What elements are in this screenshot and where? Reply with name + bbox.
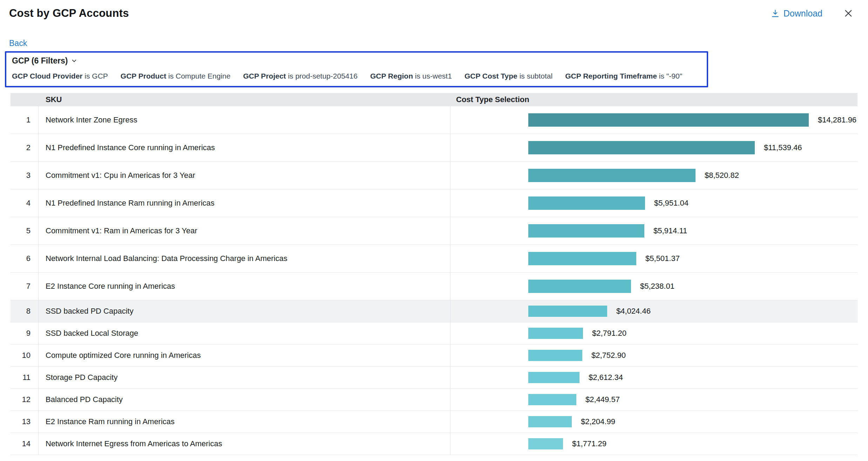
sku-cell: Commitment v1: Cpu in Americas for 3 Yea… [39,162,450,189]
row-index: 14 [11,433,39,455]
cost-value-label: $2,204.99 [581,417,615,426]
row-index: 6 [11,245,39,272]
row-index: 5 [11,217,39,245]
filter-condition: is "-90" [657,72,682,80]
sku-cell: SSD backed Local Storage [39,322,450,344]
sku-cell: Storage PD Capacity [39,367,450,388]
cost-bar[interactable] [528,196,645,210]
row-index: 10 [11,345,39,366]
back-link[interactable]: Back [9,39,27,48]
cost-value-label: $2,752.90 [591,351,626,360]
table-row[interactable]: 12Balanced PD Capacity$2,449.57 [11,389,857,411]
cost-bar-cell: $2,612.34 [450,367,857,388]
cost-bar-cell: $5,914.11 [450,217,857,245]
cost-bar[interactable] [528,169,696,182]
cost-bar[interactable] [528,416,572,427]
table-row[interactable]: 10Compute optimized Core running in Amer… [11,345,857,367]
cost-bar[interactable] [528,372,579,383]
table-row[interactable]: 13E2 Instance Ram running in Americas$2,… [11,411,857,433]
cost-bar-cell: $2,791.20 [450,322,857,344]
filter-field: GCP Region [370,72,413,80]
filters-box: GCP (6 Filters) GCP Cloud Provider is GC… [5,51,708,87]
sku-cell: N1 Predefined Instance Ram running in Am… [39,189,450,217]
cost-bar-cell: $5,501.37 [450,245,857,272]
cost-bar[interactable] [528,350,582,361]
cost-value-label: $2,612.34 [589,373,623,382]
cost-value-label: $5,238.01 [640,282,674,291]
sku-column-header: SKU [39,95,450,104]
filter-condition: is subtotal [517,72,552,80]
close-button[interactable] [841,6,855,20]
table-row[interactable]: 2N1 Predefined Instance Core running in … [11,134,857,162]
download-icon [771,9,780,18]
cost-bar[interactable] [528,394,576,405]
cost-bar-cell: $2,752.90 [450,345,857,366]
cost-value-label: $14,281.96 [818,115,856,125]
row-index: 4 [11,189,39,217]
sku-cell: Compute optimized Core running in Americ… [39,345,450,366]
cost-bar-cell: $14,281.96 [450,106,857,134]
row-index: 3 [11,162,39,189]
cost-value-label: $1,771.29 [572,439,606,448]
sku-cell: Commitment v1: Ram in Americas for 3 Yea… [39,217,450,245]
header-actions: Download [771,6,855,20]
row-index: 11 [11,367,39,388]
filter-field: GCP Product [121,72,166,80]
cost-bar[interactable] [528,141,755,154]
download-button[interactable]: Download [771,8,822,19]
sku-cell: SSD backed PD Capacity [39,300,450,322]
filter-chip: GCP Region is us-west1 [370,72,452,80]
cost-bar-cell: $8,520.82 [450,162,857,189]
filter-chip: GCP Cloud Provider is GCP [12,72,108,80]
cost-bar[interactable] [528,280,631,293]
table-row[interactable]: 7E2 Instance Core running in Americas$5,… [11,273,857,300]
filter-group-dropdown[interactable]: GCP (6 Filters) [11,56,77,66]
sku-cell: Network Inter Zone Egress [39,106,450,134]
cost-bar[interactable] [528,306,607,317]
cost-bar[interactable] [528,252,636,265]
filter-group-label: GCP (6 Filters) [12,56,68,66]
filter-field: GCP Cost Type [464,72,517,80]
filter-chip: GCP Project is prod-setup-205416 [243,72,357,80]
row-index: 2 [11,134,39,161]
cost-bar-cell: $11,539.46 [450,134,857,161]
table-row[interactable]: 5Commitment v1: Ram in Americas for 3 Ye… [11,217,857,245]
cost-bar-cell: $4,024.46 [450,300,857,322]
row-index: 9 [11,322,39,344]
table-row[interactable]: 6Network Internal Load Balancing: Data P… [11,245,857,273]
filter-list: GCP Cloud Provider is GCPGCP Product is … [11,72,702,80]
table-row[interactable]: 4N1 Predefined Instance Ram running in A… [11,189,857,217]
row-index: 8 [11,300,39,322]
filter-field: GCP Reporting Timeframe [565,72,657,80]
sku-cell: N1 Predefined Instance Core running in A… [39,134,450,161]
page-header: Cost by GCP Accounts Download [0,0,868,21]
cost-bar[interactable] [528,328,583,339]
filter-chip: GCP Cost Type is subtotal [464,72,552,80]
cost-value-label: $2,449.57 [585,395,620,404]
table-row[interactable]: 14Network Internet Egress from Americas … [11,433,857,455]
table-row[interactable]: 9SSD backed Local Storage$2,791.20 [11,322,857,345]
sku-cell: Balanced PD Capacity [39,389,450,410]
cost-bar-cell: $1,771.29 [450,433,857,455]
cost-bar-cell: $5,238.01 [450,273,857,300]
cost-column-header: Cost Type Selection [450,95,857,104]
table-row[interactable]: 1Network Inter Zone Egress$14,281.96 [11,106,857,134]
close-icon [843,8,853,18]
sku-cell: E2 Instance Core running in Americas [39,273,450,300]
cost-bar[interactable] [528,438,563,449]
chevron-down-icon [71,58,77,64]
table-row[interactable]: 8SSD backed PD Capacity$4,024.46 [11,300,857,322]
table-row[interactable]: 3Commitment v1: Cpu in Americas for 3 Ye… [11,162,857,189]
filter-chip: GCP Product is Compute Engine [121,72,231,80]
filter-field: GCP Cloud Provider [12,72,82,80]
row-index: 13 [11,411,39,433]
cost-table: SKU Cost Type Selection 1Network Inter Z… [11,93,857,455]
table-row[interactable]: 11Storage PD Capacity$2,612.34 [11,367,857,389]
cost-bar-cell: $2,449.57 [450,389,857,410]
filter-condition: is Compute Engine [166,72,230,80]
table-header: SKU Cost Type Selection [11,93,857,106]
cost-bar[interactable] [528,113,809,127]
filter-condition: is GCP [82,72,108,80]
cost-value-label: $4,024.46 [616,307,651,316]
cost-bar[interactable] [528,224,644,238]
